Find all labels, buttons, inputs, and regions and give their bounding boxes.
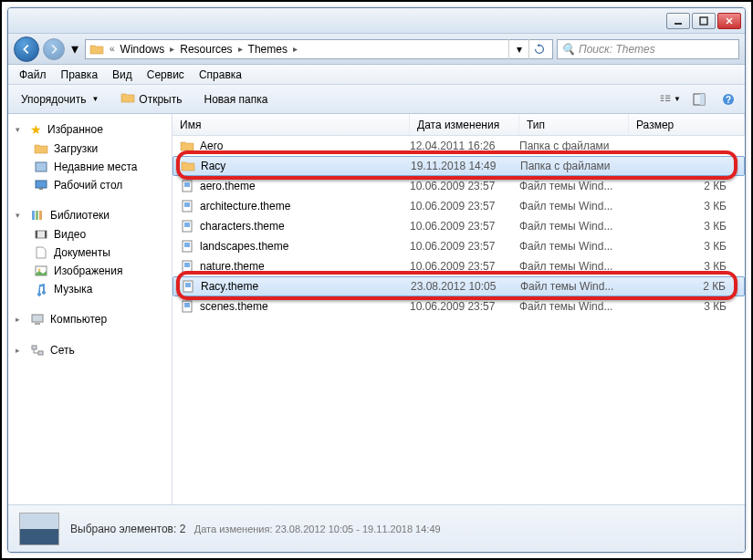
file-type: Файл темы Wind... — [519, 180, 629, 192]
folder-icon — [89, 42, 104, 57]
file-date: 19.11.2018 14:49 — [411, 160, 520, 172]
file-type: Файл темы Wind... — [519, 300, 629, 313]
menu-view[interactable]: Вид — [105, 67, 140, 83]
search-input[interactable]: 🔍 Поиск: Themes — [557, 39, 739, 59]
file-row[interactable]: characters.theme10.06.2009 23:57Файл тем… — [173, 216, 745, 236]
sidebar-item-documents[interactable]: Документы — [8, 244, 172, 262]
star-icon: ★ — [30, 122, 42, 137]
svg-rect-9 — [700, 94, 705, 105]
help-button[interactable]: ? — [717, 88, 739, 110]
new-folder-button[interactable]: Новая папка — [196, 90, 275, 109]
svg-rect-4 — [661, 99, 664, 100]
file-row[interactable]: Aero12.04.2011 16:26Папка с файлами — [173, 136, 745, 156]
file-row[interactable]: aero.theme10.06.2009 23:57Файл темы Wind… — [173, 176, 745, 196]
sidebar-item-desktop[interactable]: Рабочий стол — [8, 176, 172, 194]
status-bar: Выбрано элементов: 2 Дата изменения: 23.… — [8, 504, 745, 552]
chevron-right-icon: ▸ — [291, 44, 299, 54]
column-size[interactable]: Размер — [629, 114, 745, 135]
file-size: 2 КБ — [630, 280, 744, 293]
menu-tools[interactable]: Сервис — [140, 67, 192, 83]
svg-text:?: ? — [726, 95, 731, 105]
breadcrumb-segment[interactable]: Themes — [245, 43, 291, 56]
maximize-button[interactable] — [692, 13, 716, 29]
svg-rect-24 — [35, 323, 40, 325]
file-size: 3 КБ — [629, 220, 745, 233]
file-name: characters.theme — [200, 220, 285, 233]
svg-rect-0 — [675, 23, 682, 25]
file-size: 3 КБ — [629, 260, 745, 273]
svg-rect-28 — [184, 182, 190, 187]
file-row[interactable]: Racy.theme23.08.2012 10:05Файл темы Wind… — [173, 276, 745, 296]
svg-rect-6 — [665, 98, 670, 99]
images-icon — [34, 264, 48, 278]
file-row[interactable]: landscapes.theme10.06.2009 23:57Файл тем… — [173, 236, 745, 256]
column-type[interactable]: Тип — [519, 114, 629, 135]
documents-icon — [34, 245, 48, 260]
search-placeholder: Поиск: Themes — [579, 43, 655, 56]
file-name: Racy — [201, 160, 225, 172]
minimize-button[interactable] — [666, 13, 690, 29]
breadcrumb-segment[interactable]: Resources — [176, 43, 235, 56]
refresh-button[interactable] — [528, 39, 549, 59]
svg-rect-26 — [38, 351, 43, 355]
theme-file-icon — [180, 179, 194, 193]
sidebar-favorites[interactable]: ▾★Избранное — [8, 119, 172, 140]
sidebar-item-images[interactable]: Изображения — [8, 262, 172, 280]
file-size: 3 КБ — [629, 200, 745, 213]
file-date: 10.06.2009 23:57 — [410, 260, 519, 273]
theme-file-icon — [180, 239, 194, 254]
sidebar-item-recent[interactable]: Недавние места — [8, 158, 172, 176]
sidebar-libraries[interactable]: ▾Библиотеки — [8, 205, 172, 225]
forward-button[interactable] — [43, 38, 65, 60]
preview-pane-button[interactable] — [688, 88, 710, 110]
file-name: aero.theme — [200, 180, 256, 192]
svg-rect-23 — [32, 315, 43, 322]
svg-rect-34 — [184, 243, 190, 247]
chevron-down-icon: ▼ — [674, 95, 681, 103]
svg-rect-13 — [36, 181, 47, 188]
file-row[interactable]: architecture.theme10.06.2009 23:57Файл т… — [173, 196, 745, 216]
breadcrumb-segment[interactable]: Windows — [117, 43, 169, 56]
column-headers: Имя Дата изменения Тип Размер — [173, 114, 745, 136]
view-options-button[interactable]: ▼ — [659, 88, 681, 110]
open-button[interactable]: Открыть — [113, 88, 189, 110]
library-icon — [30, 208, 45, 223]
theme-file-icon — [180, 219, 194, 233]
chevron-right-icon: ▸ — [168, 44, 176, 54]
file-row[interactable]: nature.theme10.06.2009 23:57Файл темы Wi… — [173, 256, 745, 276]
svg-rect-36 — [184, 263, 190, 267]
menu-file[interactable]: Файл — [12, 67, 54, 83]
sidebar-item-videos[interactable]: Видео — [8, 225, 172, 244]
column-name[interactable]: Имя — [173, 114, 410, 135]
file-type: Папка с файлами — [520, 160, 630, 172]
file-name: scenes.theme — [200, 300, 268, 313]
file-row[interactable]: scenes.theme10.06.2009 23:57Файл темы Wi… — [173, 296, 745, 316]
nav-history-dropdown[interactable]: ▾ — [68, 40, 81, 58]
address-dropdown-button[interactable]: ▾ — [508, 39, 528, 59]
column-date[interactable]: Дата изменения — [410, 114, 519, 135]
file-size: 2 КБ — [629, 180, 745, 192]
file-type: Файл темы Wind... — [519, 240, 629, 253]
menu-edit[interactable]: Правка — [54, 67, 106, 83]
back-button[interactable] — [14, 36, 39, 62]
file-type: Файл темы Wind... — [519, 260, 629, 273]
file-date: 12.04.2011 16:26 — [410, 140, 519, 152]
menu-help[interactable]: Справка — [192, 67, 249, 83]
close-button[interactable] — [717, 13, 741, 29]
computer-icon — [30, 312, 45, 327]
sidebar-computer[interactable]: ▸Компьютер — [8, 309, 172, 329]
sidebar-item-downloads[interactable]: Загрузки — [8, 140, 172, 158]
file-date: 10.06.2009 23:57 — [410, 180, 519, 192]
file-date: 10.06.2009 23:57 — [410, 240, 519, 253]
navigation-pane: ▾★Избранное Загрузки Недавние места Рабо… — [8, 114, 173, 504]
file-name: Aero — [200, 140, 223, 152]
address-bar[interactable]: « Windows ▸ Resources ▸ Themes ▸ ▾ — [85, 39, 553, 59]
file-list[interactable]: Aero12.04.2011 16:26Папка с файламиRacy1… — [173, 136, 745, 504]
status-selection-count: Выбрано элементов: 2 — [70, 523, 185, 535]
svg-rect-19 — [36, 231, 37, 238]
sidebar-network[interactable]: ▸Сеть — [8, 340, 172, 360]
file-row[interactable]: Racy19.11.2018 14:49Папка с файлами — [173, 156, 745, 176]
video-icon — [34, 227, 48, 242]
organize-button[interactable]: Упорядочить▼ — [14, 90, 106, 109]
sidebar-item-music[interactable]: Музыка — [8, 280, 172, 298]
